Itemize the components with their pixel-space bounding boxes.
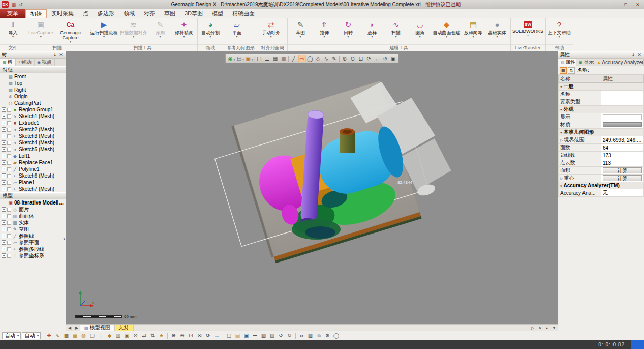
- expander-icon[interactable]: +: [2, 121, 6, 125]
- visibility-state-icon[interactable]: [7, 214, 11, 218]
- edit-boundary-icon[interactable]: ▢: [88, 332, 96, 339]
- expander-icon[interactable]: +: [2, 187, 6, 191]
- model-section-header[interactable]: 模型: [0, 192, 66, 199]
- tree-item-Sketch1 (Mesh)[interactable]: +≈Sketch1 (Mesh): [0, 113, 66, 120]
- sort-az-button[interactable]: ⇅: [568, 67, 575, 74]
- menu-tab-模型[interactable]: 模型: [207, 9, 228, 18]
- paste-icon[interactable]: ▨: [268, 332, 276, 339]
- screen-capture-icon[interactable]: ▣: [389, 55, 397, 62]
- tree-panel-tab-帮助[interactable]: ?帮助: [16, 59, 35, 66]
- multi-viewport-icon[interactable]: ▦: [271, 55, 279, 62]
- zoom-out-icon[interactable]: ⊖: [178, 332, 186, 339]
- tree-item-Region Group1[interactable]: +●Region Group1: [0, 106, 66, 113]
- fill-holes-icon[interactable]: ◍: [80, 332, 87, 339]
- property-label-显示[interactable]: 显示: [559, 113, 601, 121]
- property-label-面积[interactable]: 面积: [559, 167, 601, 174]
- ribbon-button-manual-align[interactable]: ⇄手动对齐▾: [259, 18, 283, 44]
- save-file-icon[interactable]: ▣: [242, 332, 250, 339]
- tree-item-Polyline1[interactable]: +╱Polyline1: [0, 166, 66, 172]
- new-file-icon[interactable]: ▢: [225, 332, 233, 339]
- play-button[interactable]: ▷: [529, 325, 536, 331]
- close-view-button[interactable]: ✕: [536, 325, 543, 331]
- property-value-Accuracy Ana...[interactable]: 无: [601, 189, 644, 197]
- expand-icon[interactable]: ▷: [560, 138, 563, 142]
- scroll-up-button[interactable]: ▴: [543, 325, 550, 331]
- tab-scroll-left[interactable]: ◀: [66, 325, 73, 331]
- tree-item-Sketch4 (Mesh)[interactable]: +≈Sketch4 (Mesh): [0, 139, 66, 146]
- property-section-Accuracy Analyzer(TM)[interactable]: ▾Accuracy Analyzer(TM): [559, 182, 644, 189]
- smooth-mesh-icon[interactable]: ∿: [54, 332, 62, 339]
- property-label-Accuracy Ana...[interactable]: Accuracy Ana...: [559, 189, 601, 197]
- expander-icon[interactable]: +: [2, 180, 6, 185]
- iso-view-icon[interactable]: ◉: [227, 55, 234, 62]
- visibility-state-icon[interactable]: [7, 161, 11, 165]
- ribbon-button-auto-segment[interactable]: ◕自动分割▾: [199, 18, 223, 44]
- ribbon-button-auto-surface[interactable]: ◆自动曲面创建▾: [432, 18, 462, 44]
- properties-tab-属性[interactable]: ▤属性: [558, 59, 576, 66]
- material-swatch[interactable]: [603, 122, 642, 127]
- expander-icon[interactable]: +: [2, 140, 6, 145]
- tree-item-08-Iterative Modeling Compl[interactable]: ▣08-Iterative Modeling Compl: [0, 199, 66, 206]
- undo-icon[interactable]: ↺: [17, 2, 24, 7]
- expand-icon[interactable]: ▷: [560, 177, 563, 180]
- ribbon-button-loft-wizard[interactable]: ▤放样向导▾: [462, 18, 485, 44]
- ribbon-button-sweep[interactable]: ∿扫描▾: [384, 18, 408, 44]
- property-label-点云数[interactable]: 点云数: [559, 159, 601, 167]
- view-tab-支持[interactable]: 支持: [115, 325, 134, 331]
- tree-item-Plane1[interactable]: +▱Plane1: [0, 179, 66, 186]
- split-mesh-icon[interactable]: ▥: [114, 332, 122, 339]
- property-value-境界范围[interactable]: 249.6993, 246.52...: [601, 136, 644, 144]
- tree-item-Loft1[interactable]: +◆Loft1: [0, 153, 66, 159]
- visibility-state-icon[interactable]: [7, 114, 11, 119]
- expander-icon[interactable]: +: [2, 160, 6, 165]
- print-icon[interactable]: ☰: [263, 55, 271, 62]
- ribbon-button-healing-wizard[interactable]: ✦修补精灵▾: [172, 18, 196, 44]
- properties-tab-Accuracy Analyzer(...[interactable]: ▲Accuracy Analyzer(...: [594, 59, 644, 66]
- transform-mesh-icon[interactable]: ⇄: [140, 332, 148, 339]
- visibility-state-icon[interactable]: [7, 208, 11, 212]
- close-button[interactable]: ✕: [632, 0, 644, 9]
- zoom-fit-icon[interactable]: ⊡: [187, 332, 195, 339]
- column-header-value[interactable]: 属性: [601, 75, 644, 83]
- tree-item-CastingPart[interactable]: ◎CastingPart: [0, 100, 66, 106]
- merge-mesh-icon[interactable]: ▣: [123, 332, 131, 339]
- rotate-view-icon[interactable]: ⟳: [204, 332, 212, 339]
- settings-icon[interactable]: ⚙: [324, 332, 331, 339]
- property-label-面数[interactable]: 面数: [559, 144, 601, 152]
- ribbon-button-run-scan-process[interactable]: ▶运行扫描流程▾: [89, 18, 119, 44]
- visibility-state-icon[interactable]: [7, 234, 11, 238]
- menu-tab-草图[interactable]: 草图: [160, 9, 180, 18]
- property-label-边线数[interactable]: 边线数: [559, 152, 601, 159]
- maximize-button[interactable]: □: [620, 0, 632, 9]
- zoom-in-icon[interactable]: ⊕: [341, 55, 348, 62]
- dropdown-caret-icon[interactable]: ▾: [252, 58, 253, 61]
- menu-tab-实时采集[interactable]: 实时采集: [47, 9, 78, 18]
- mode-dropdown-0[interactable]: 自动▾: [2, 332, 21, 339]
- ribbon-button-context-help[interactable]: ?上下文帮助▾: [547, 18, 572, 44]
- expander-icon[interactable]: +: [2, 154, 6, 158]
- tree-item-Sketch2 (Mesh)[interactable]: +≈Sketch2 (Mesh): [0, 126, 66, 133]
- visibility-state-icon[interactable]: [7, 187, 11, 191]
- tree-item-实体[interactable]: +▩实体: [0, 219, 66, 226]
- visibility-state-icon[interactable]: [7, 227, 11, 231]
- refine-mesh-icon[interactable]: ▦: [71, 332, 79, 339]
- column-header-name[interactable]: 名称: [559, 75, 601, 83]
- menu-tab-初始[interactable]: 初始: [25, 9, 47, 18]
- visibility-state-icon[interactable]: [7, 241, 11, 245]
- properties-tab-显示[interactable]: ▣显示: [576, 59, 595, 66]
- decimate-mesh-icon[interactable]: ▩: [63, 332, 70, 339]
- ribbon-button-paint-brush[interactable]: ✎涂刷▾: [148, 18, 172, 44]
- ribbon-button-revolve[interactable]: ↻回转▾: [336, 18, 360, 44]
- pan-view-icon[interactable]: ↔: [213, 332, 221, 339]
- ribbon-button-live-capture[interactable]: ▣LiveCapture▾: [27, 18, 54, 44]
- measure-icon[interactable]: ⌀: [298, 332, 305, 339]
- menu-tab-领域[interactable]: 领域: [119, 9, 139, 18]
- pin-icon[interactable]: ↧: [52, 52, 58, 57]
- property-section-一般[interactable]: ▾一般: [559, 83, 644, 91]
- tree-item-Sketch6 (Mesh)[interactable]: +≈Sketch6 (Mesh): [0, 172, 66, 179]
- redo-icon[interactable]: ↻: [286, 332, 293, 339]
- visibility-state-icon[interactable]: [7, 108, 11, 112]
- pan-view-icon[interactable]: ↔: [373, 55, 381, 62]
- pin-icon[interactable]: ↧: [630, 52, 636, 57]
- close-icon[interactable]: ✕: [58, 52, 64, 57]
